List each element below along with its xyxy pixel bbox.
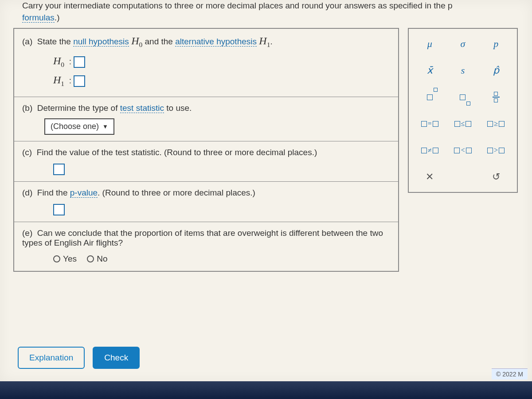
part-e-text: Can we conclude that the proportion of i… — [22, 228, 383, 247]
palette-phat[interactable]: p̂ — [482, 62, 510, 79]
h1-input[interactable] — [74, 75, 85, 87]
radio-yes[interactable]: Yes — [53, 254, 77, 264]
palette-gt[interactable]: > — [482, 141, 510, 159]
no-label: No — [97, 254, 107, 264]
h0-inline: H0 — [131, 35, 142, 47]
question-box: (a) State the null hypothesis H0 and the… — [13, 28, 399, 271]
h1-inline: H1 — [259, 35, 270, 47]
part-b-text2: to use. — [164, 103, 192, 113]
p-value-input[interactable] — [53, 204, 65, 215]
radio-no[interactable]: No — [87, 254, 107, 264]
h0-input[interactable] — [74, 56, 85, 68]
colon1: : — [69, 57, 71, 66]
radio-icon — [87, 255, 94, 262]
part-b-label: (b) — [22, 103, 32, 113]
p-value-link[interactable]: p-value — [70, 188, 98, 198]
part-e: (e) Can we conclude that the proportion … — [14, 222, 398, 271]
reset-icon: ↺ — [492, 171, 500, 183]
part-b-text1: Determine the type of — [37, 103, 120, 113]
part-c-label: (c) — [22, 148, 32, 157]
taskbar — [0, 381, 532, 399]
part-d-text2: . (Round to three or more decimal places… — [98, 188, 255, 197]
palette-ne[interactable]: ≠ — [416, 141, 443, 159]
h0-symbol: H0 — [53, 55, 64, 66]
copyright: © 2022 M — [492, 368, 528, 379]
palette-reset[interactable]: ↺ — [482, 168, 510, 186]
palette-s[interactable]: s — [449, 62, 477, 79]
part-d: (d) Find the p-value. (Round to three or… — [14, 182, 398, 222]
palette-mu[interactable]: μ — [416, 35, 443, 53]
formulas-link[interactable]: formulas — [22, 13, 55, 23]
null-hypothesis-link[interactable]: null hypothesis — [73, 37, 129, 47]
alternative-hypothesis-link[interactable]: alternative hypothesis — [175, 37, 257, 47]
chevron-down-icon: ▼ — [102, 123, 108, 130]
test-statistic-link[interactable]: test statistic — [120, 103, 164, 113]
yes-label: Yes — [63, 254, 77, 264]
palette-clear[interactable]: ✕ — [416, 168, 443, 186]
palette-lt[interactable]: < — [449, 141, 477, 159]
palette-ge[interactable]: ≥ — [482, 115, 510, 133]
palette-le[interactable]: ≤ — [449, 115, 477, 133]
part-d-label: (d) — [22, 188, 32, 197]
symbol-palette: μ σ p x̄ s p̂ = ≤ ≥ ≠ < > — [408, 28, 518, 193]
close-icon: ✕ — [426, 171, 434, 183]
part-c-text: Find the value of the test statistic. (R… — [37, 148, 317, 157]
palette-xbar[interactable]: x̄ — [416, 62, 443, 79]
instructions: Carry your intermediate computations to … — [0, 0, 532, 28]
palette-equals[interactable]: = — [416, 115, 443, 133]
h1-symbol: H1 — [53, 74, 64, 86]
part-e-label: (e) — [22, 228, 32, 238]
test-statistic-input[interactable] — [53, 164, 65, 175]
part-a-label: (a) — [22, 37, 32, 46]
explanation-button[interactable]: Explanation — [18, 347, 85, 369]
intro-text-pre: Carry your intermediate computations to … — [22, 1, 453, 10]
palette-subscript[interactable] — [449, 88, 477, 106]
radio-icon — [53, 255, 60, 262]
part-d-text1: Find the — [37, 188, 70, 197]
palette-superscript[interactable] — [416, 88, 443, 106]
part-b: (b) Determine the type of test statistic… — [14, 97, 398, 141]
check-button[interactable]: Check — [93, 347, 140, 369]
part-a: (a) State the null hypothesis H0 and the… — [14, 29, 398, 97]
palette-fraction[interactable] — [482, 88, 510, 106]
part-a-text1: State the — [37, 37, 73, 46]
palette-p[interactable]: p — [482, 35, 510, 53]
test-statistic-dropdown[interactable]: (Choose one) ▼ — [44, 118, 114, 135]
part-c: (c) Find the value of the test statistic… — [14, 141, 398, 182]
dropdown-label: (Choose one) — [51, 122, 99, 131]
part-a-mid: and the — [145, 37, 176, 46]
colon2: : — [69, 76, 71, 85]
part-a-end: . — [270, 37, 272, 46]
intro-text-post: .) — [55, 13, 60, 22]
palette-sigma[interactable]: σ — [449, 35, 477, 53]
